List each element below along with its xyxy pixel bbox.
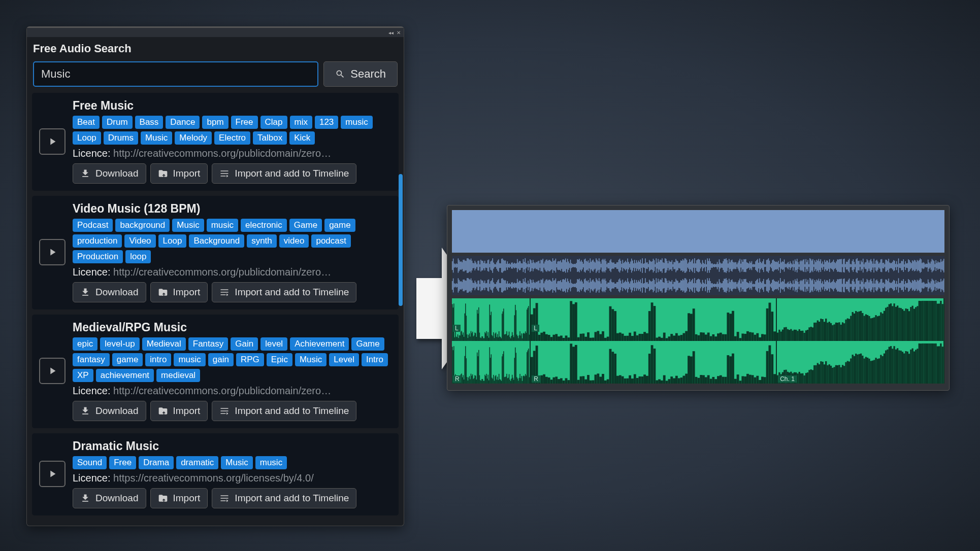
tag[interactable]: intro [145,353,171,366]
tag[interactable]: Loop [158,234,187,248]
tag[interactable]: achievement [96,369,154,382]
tag[interactable]: Production [73,250,123,263]
tag[interactable]: bpm [202,116,228,129]
tag[interactable]: dramatic [176,456,218,469]
play-button[interactable] [39,239,66,265]
svg-rect-305 [601,284,601,287]
tag[interactable]: Sound [73,456,107,469]
tag[interactable]: synth [247,234,277,248]
tag[interactable]: Music [172,219,204,232]
tag[interactable]: Achievement [290,337,349,351]
svg-rect-1134 [503,308,504,341]
tag[interactable]: music [341,116,372,129]
play-button[interactable] [39,461,66,487]
play-button[interactable] [39,128,66,155]
tag[interactable]: Loop [73,131,101,145]
svg-rect-1095 [487,375,488,384]
tag[interactable]: game [324,219,355,232]
svg-rect-978 [933,260,933,271]
tag[interactable]: Drama [139,456,174,469]
tag[interactable]: epic [73,337,97,351]
import-button[interactable]: Import [150,282,208,302]
tag[interactable]: Game [351,337,384,351]
svg-rect-955 [921,279,921,292]
audio-track-1[interactable] [451,255,945,296]
tag[interactable]: music [255,456,287,469]
svg-rect-1018 [458,338,459,341]
svg-rect-1279 [624,378,627,384]
svg-rect-1495 [854,356,855,384]
tag[interactable]: XP [73,369,93,382]
tag[interactable]: Podcast [73,219,113,232]
search-input[interactable] [33,61,318,87]
tag[interactable]: Drum [102,116,133,129]
svg-rect-724 [807,260,808,271]
svg-rect-898 [893,260,894,271]
tag[interactable]: Free [231,116,258,129]
download-button[interactable]: Download [73,401,146,421]
import-button[interactable]: Import [150,401,208,421]
tag[interactable]: Music [221,456,252,469]
tag[interactable]: Background [189,234,244,248]
tag[interactable]: Gain [231,337,258,351]
tag[interactable]: level [260,337,287,351]
tag[interactable]: RPG [236,353,264,366]
svg-rect-71 [485,283,486,287]
tag[interactable]: production [73,234,122,248]
tag[interactable]: Game [289,219,322,232]
svg-rect-324 [610,259,611,272]
tag[interactable]: Dance [166,116,200,129]
tag[interactable]: Level [329,353,359,366]
tag[interactable]: Bass [135,116,164,129]
download-button[interactable]: Download [73,282,146,302]
tag[interactable]: podcast [311,234,351,248]
tag[interactable]: Video [124,234,155,248]
video-track[interactable] [451,210,945,253]
play-button[interactable] [39,358,66,384]
tag[interactable]: Beat [73,116,100,129]
tag[interactable]: music [174,353,205,366]
svg-rect-1344 [705,334,707,341]
tag[interactable]: electronic [241,219,287,232]
import-timeline-button[interactable]: Import and add to Timeline [212,401,356,421]
import-timeline-button[interactable]: Import and add to Timeline [212,488,356,508]
tag[interactable]: Medieval [142,337,186,351]
download-button[interactable]: Download [73,488,146,508]
tag[interactable]: music [207,219,238,232]
svg-rect-649 [770,284,771,287]
tag[interactable]: Talbox [253,131,287,145]
tag[interactable]: level-up [100,337,140,351]
tag[interactable]: fantasy [73,353,110,366]
tag[interactable]: 123 [315,116,338,129]
tag[interactable]: Clap [260,116,287,129]
tag[interactable]: Free [109,456,136,469]
tag[interactable]: video [279,234,309,248]
tag[interactable]: Music [141,131,172,145]
tag[interactable]: Kick [289,131,315,145]
tag[interactable]: Fantasy [188,337,228,351]
tag[interactable]: gain [208,353,234,366]
collapse-icon[interactable]: ◂◂ [388,30,394,36]
tag[interactable]: mix [290,116,312,129]
tag[interactable]: Electro [214,131,250,145]
import-timeline-button[interactable]: Import and add to Timeline [212,163,356,184]
import-button[interactable]: Import [150,163,208,184]
tag[interactable]: Melody [175,131,212,145]
audio-track-2[interactable]: L R L R Ch. 1 [451,298,945,384]
svg-rect-322 [609,260,610,270]
svg-rect-178 [539,261,539,270]
tag[interactable]: Music [295,353,326,366]
tag[interactable]: loop [125,250,151,263]
import-button[interactable]: Import [150,488,208,508]
import-timeline-button[interactable]: Import and add to Timeline [212,282,356,302]
close-icon[interactable]: ✕ [397,30,401,36]
scrollbar-thumb[interactable] [399,174,403,306]
tag[interactable]: medieval [156,369,200,382]
tag[interactable]: Epic [267,353,292,366]
tag[interactable]: Drums [104,131,138,145]
tag[interactable]: game [112,353,143,366]
tag[interactable]: Intro [362,353,388,366]
search-button[interactable]: Search [323,61,398,87]
download-button[interactable]: Download [73,163,146,184]
tag[interactable]: background [115,219,170,232]
